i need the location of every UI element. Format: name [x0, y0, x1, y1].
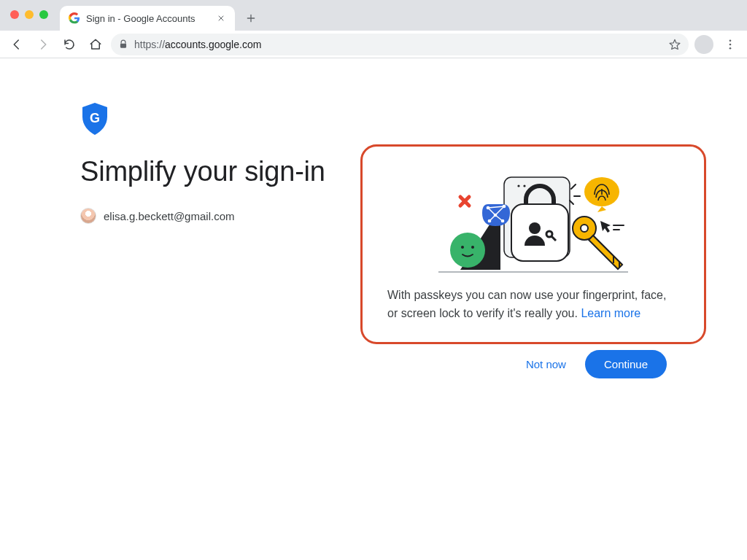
google-favicon-icon [69, 12, 80, 24]
window-close-button[interactable] [10, 10, 19, 19]
svg-point-9 [450, 233, 485, 268]
account-avatar-icon [80, 208, 96, 224]
address-bar[interactable]: https://accounts.google.com [111, 34, 689, 55]
account-email: elisa.g.beckett@gmail.com [104, 210, 234, 222]
window-maximize-button[interactable] [39, 10, 48, 19]
svg-point-10 [461, 246, 464, 249]
bookmark-star-icon[interactable] [668, 38, 681, 51]
browser-menu-button[interactable] [719, 34, 741, 55]
browser-tab[interactable]: Sign in - Google Accounts [60, 6, 235, 31]
learn-more-link[interactable]: Learn more [581, 307, 640, 319]
svg-rect-17 [511, 204, 568, 261]
reload-button[interactable] [58, 34, 80, 55]
page-content: G Simplify your sign-in elisa.g.beckett@… [0, 58, 747, 560]
svg-rect-0 [120, 43, 126, 47]
home-button[interactable] [85, 34, 107, 55]
passkey-illustration [387, 164, 679, 273]
url-text: https://accounts.google.com [134, 39, 662, 50]
profile-avatar-button[interactable] [694, 35, 713, 54]
google-shield-icon: G [80, 102, 109, 136]
svg-point-11 [471, 246, 474, 249]
passkey-promo-card: With passkeys you can now use your finge… [360, 144, 706, 344]
svg-point-3 [729, 47, 732, 49]
svg-point-7 [523, 184, 525, 187]
svg-point-6 [517, 184, 519, 187]
lock-icon [118, 39, 128, 50]
svg-point-2 [729, 43, 732, 45]
svg-point-18 [529, 222, 541, 234]
browser-toolbar: https://accounts.google.com [0, 31, 747, 58]
tab-title: Sign in - Google Accounts [86, 13, 210, 24]
continue-button[interactable]: Continue [585, 350, 667, 378]
nav-back-button[interactable] [6, 34, 28, 55]
action-row: Not now Continue [526, 350, 667, 378]
svg-text:G: G [90, 111, 100, 125]
tab-close-icon[interactable] [216, 13, 226, 23]
window-minimize-button[interactable] [25, 10, 34, 19]
svg-point-22 [581, 225, 588, 232]
new-tab-button[interactable] [241, 8, 261, 28]
nav-forward-button[interactable] [32, 34, 54, 55]
window-controls [10, 10, 48, 19]
browser-tab-strip: Sign in - Google Accounts [0, 0, 747, 31]
passkey-card-text: With passkeys you can now use your finge… [387, 287, 679, 323]
svg-point-1 [729, 39, 732, 42]
not-now-button[interactable]: Not now [526, 358, 566, 370]
